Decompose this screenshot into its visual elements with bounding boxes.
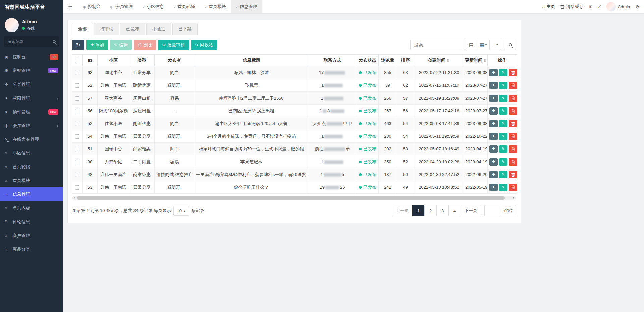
status-tab[interactable]: 不通过 [146, 23, 171, 35]
page-number-button[interactable]: 4 [448, 205, 461, 216]
row-delete-button[interactable] [509, 171, 517, 178]
sort-icon[interactable]: ⇅ [484, 58, 487, 62]
sidebar-item[interactable]: ⚙常规管理new [0, 64, 63, 77]
row-edit-button[interactable]: ✎ [499, 95, 507, 102]
sidebar-item[interactable]: ○商户管理 [0, 229, 63, 242]
refresh-button[interactable]: ↻ [72, 40, 84, 50]
row-delete-button[interactable] [509, 95, 517, 102]
column-header[interactable]: 创建时间⇅ [414, 55, 464, 66]
add-button[interactable]: ✚ 添加 [86, 40, 108, 50]
sidebar-item[interactable]: ○单页内容 [0, 201, 63, 215]
row-edit-button[interactable]: ✎ [499, 107, 507, 115]
clear-cache-button[interactable]: 清除缓存 [560, 4, 583, 10]
view-toggle-button[interactable]: ▤ [465, 40, 477, 50]
settings-button[interactable]: ⚙ [635, 4, 639, 9]
table-search-input[interactable] [410, 40, 462, 50]
language-button[interactable]: ⊞ [589, 4, 592, 9]
horizontal-scrollbar[interactable]: ◄ ► [72, 196, 516, 200]
sidebar-item[interactable]: ❖分类管理 [0, 77, 63, 91]
row-checkbox[interactable] [75, 83, 79, 88]
batch-audit-button[interactable]: ⚙ 批量审核 [158, 40, 189, 50]
sidebar-item[interactable]: ◉控制台hot [0, 50, 63, 64]
sidebar-item[interactable]: ○小区信息 [0, 146, 63, 160]
column-header[interactable]: 更新时间⇅ [464, 55, 488, 66]
row-edit-button[interactable]: ✎ [499, 158, 507, 166]
row-checkbox[interactable] [75, 147, 79, 151]
delete-button[interactable]: 删除 [134, 40, 156, 50]
export-dropdown-button[interactable]: ↓ ▾ [489, 40, 501, 50]
status-tab[interactable]: 已发布 [120, 23, 145, 35]
sidebar-item[interactable]: ➤插件管理new [0, 105, 63, 119]
sidebar-item[interactable]: ◎会员管理‹ [0, 119, 63, 132]
status-tab[interactable]: 已下架 [172, 23, 198, 35]
topbar-tab[interactable]: ○小区信息 [138, 0, 169, 13]
page-jump-input[interactable] [484, 205, 500, 216]
row-checkbox[interactable] [75, 96, 79, 101]
topbar-tab[interactable]: ○首页模块 [200, 0, 231, 13]
row-detail-button[interactable]: ✚ [489, 158, 498, 166]
select-all-checkbox[interactable] [75, 59, 79, 63]
row-checkbox[interactable] [75, 160, 79, 164]
row-checkbox[interactable] [75, 122, 79, 126]
page-number-button[interactable]: 1 [412, 205, 425, 216]
row-edit-button[interactable]: ✎ [499, 69, 507, 76]
row-checkbox[interactable] [75, 71, 79, 75]
prev-page-button[interactable]: 上一页 [392, 205, 413, 216]
sidebar-item[interactable]: ❞评论信息 [0, 215, 63, 229]
row-detail-button[interactable]: ✚ [489, 171, 498, 178]
page-number-button[interactable]: 2 [424, 205, 437, 216]
row-delete-button[interactable] [509, 133, 517, 140]
status-tab[interactable]: 待审核 [94, 23, 119, 35]
topbar-tab[interactable]: ◉控制台 [78, 0, 106, 13]
row-detail-button[interactable]: ✚ [489, 120, 498, 127]
row-checkbox[interactable] [75, 109, 79, 113]
sidebar-item[interactable]: ○信息管理 [0, 187, 63, 201]
row-delete-button[interactable] [509, 120, 517, 127]
row-detail-button[interactable]: ✚ [489, 82, 498, 89]
scrollbar-thumb[interactable] [77, 196, 505, 200]
row-detail-button[interactable]: ✚ [489, 145, 498, 153]
sidebar-item[interactable]: ○首页轮播 [0, 160, 63, 174]
row-detail-button[interactable]: ✚ [489, 184, 498, 191]
topbar-tab[interactable]: ○信息管理 [231, 0, 262, 13]
edit-button[interactable]: ✎ 编辑 [110, 40, 132, 50]
sort-icon[interactable]: ⇅ [447, 58, 450, 62]
columns-dropdown-button[interactable]: ▦ ▾ [477, 40, 490, 50]
row-detail-button[interactable]: ✚ [489, 95, 498, 102]
row-delete-button[interactable] [509, 107, 517, 115]
row-edit-button[interactable]: ✎ [499, 145, 507, 153]
row-delete-button[interactable] [509, 184, 517, 191]
row-edit-button[interactable]: ✎ [499, 133, 507, 140]
page-number-button[interactable]: 3 [436, 205, 449, 216]
row-delete-button[interactable] [509, 145, 517, 153]
search-submit-button[interactable] [504, 40, 516, 50]
row-delete-button[interactable] [509, 82, 517, 89]
scroll-left-icon[interactable]: ◄ [73, 196, 76, 200]
row-edit-button[interactable]: ✎ [499, 184, 507, 191]
row-edit-button[interactable]: ✎ [499, 171, 507, 178]
next-page-button[interactable]: 下一页 [461, 205, 481, 216]
row-detail-button[interactable]: ✚ [489, 107, 498, 115]
topbar-tab[interactable]: ○首页轮播 [169, 0, 200, 13]
page-jump-button[interactable]: 跳转 [500, 205, 516, 216]
row-edit-button[interactable]: ✎ [499, 120, 507, 127]
scroll-right-icon[interactable]: ► [513, 196, 515, 200]
fullscreen-button[interactable]: ⤢ [598, 4, 601, 9]
row-detail-button[interactable]: ✚ [489, 69, 498, 76]
menu-search-input[interactable] [7, 39, 53, 44]
sidebar-item[interactable]: >_在线命令管理 [0, 132, 63, 146]
hamburger-menu-icon[interactable]: ☰ [63, 0, 78, 13]
sidebar-item[interactable]: ○首页模块 [0, 174, 63, 187]
home-button[interactable]: ⌂ 主页 [542, 4, 555, 10]
page-size-dropdown[interactable]: 10 ▴ [173, 206, 189, 216]
row-checkbox[interactable] [75, 134, 79, 139]
sidebar-item[interactable]: ○商品分类 [0, 242, 63, 256]
row-detail-button[interactable]: ✚ [489, 133, 498, 140]
row-delete-button[interactable] [509, 69, 517, 76]
row-checkbox[interactable] [75, 185, 79, 190]
sidebar-item[interactable]: ✦权限管理‹ [0, 91, 63, 105]
recycle-bin-button[interactable]: ↺ 回收站 [191, 40, 217, 50]
row-edit-button[interactable]: ✎ [499, 82, 507, 89]
row-delete-button[interactable] [509, 158, 517, 166]
status-tab[interactable]: 全部 [72, 23, 93, 35]
